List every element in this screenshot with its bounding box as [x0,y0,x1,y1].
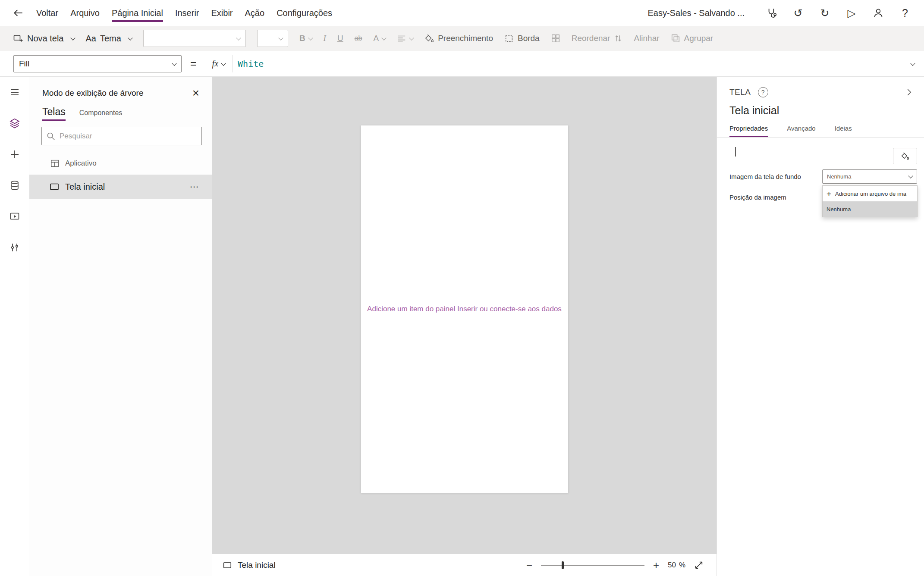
data-sources-icon[interactable] [0,170,29,201]
reorder-button[interactable]: Reordenar [572,34,623,43]
title-bar: Voltar Arquivo Página Inicial Inserir Ex… [0,0,924,26]
main-body: Modo de exibição de árvore × Telas Compo… [0,77,924,576]
menu-acao[interactable]: Ação [245,8,265,22]
font-color-button[interactable]: A [373,34,386,43]
selected-screen-name: Tela inicial [729,104,924,117]
chevron-down-icon [278,35,283,40]
more-options-icon[interactable]: … [189,185,200,189]
chevron-down-icon [128,35,132,40]
chevron-down-icon [236,35,241,40]
hamburger-menu-icon[interactable] [0,77,29,108]
redo-icon[interactable]: ↻ [819,7,831,19]
zoom-unit: % [679,561,685,570]
chevron-down-icon [172,61,176,66]
help-icon[interactable]: ? [899,7,911,19]
app-icon [50,159,60,168]
fx-button[interactable]: fx [205,55,233,72]
tab-propriedades[interactable]: Propriedades [729,125,768,137]
zoom-out-button[interactable]: − [526,559,532,571]
account-icon[interactable] [872,7,884,19]
insert-plus-icon[interactable] [0,139,29,170]
menu-item-none[interactable]: Nenhuma [823,201,917,217]
table-icon-button[interactable] [551,34,560,43]
formula-input[interactable]: White [233,59,898,69]
fit-to-window-icon[interactable] [694,560,704,570]
tab-ideias[interactable]: Ideias [835,125,852,137]
help-circle-icon[interactable]: ? [758,87,768,97]
chevron-down-icon [409,35,414,40]
canvas-column: Adicione um item do painel Inserir ou co… [212,77,717,576]
fill-color-button[interactable] [893,148,917,164]
tab-avancado[interactable]: Avançado [787,125,815,137]
media-icon[interactable] [0,201,29,232]
back-button[interactable]: Voltar [36,8,58,22]
canvas-status-bar: Tela inicial − + 50 % [212,554,717,576]
panel-header: TELA [729,88,751,97]
chevron-down-icon [908,173,913,178]
background-image-menu: + Adicionar um arquivo de ima Nenhuma [822,185,918,217]
fill-button[interactable]: Preenchimento [424,34,493,43]
chevron-down-icon [308,35,313,40]
underline-button[interactable]: U [337,34,343,43]
font-family-combobox[interactable] [143,30,246,47]
tree-view-icon[interactable] [0,108,29,139]
zoom-slider-track[interactable] [541,565,644,566]
background-image-dropdown[interactable]: Nenhuma [822,169,917,184]
play-preview-icon[interactable]: ▷ [845,7,858,19]
tree-item-tela-inicial[interactable]: Tela inicial … [29,175,212,199]
tree-view-panel: Modo de exibição de árvore × Telas Compo… [29,77,212,576]
theme-button[interactable]: Aa Tema [86,34,132,44]
close-icon[interactable]: × [192,87,199,99]
menu-arquivo[interactable]: Arquivo [70,8,100,22]
back-icon[interactable] [12,7,24,19]
app-checker-icon[interactable] [765,7,777,19]
strikethrough-button[interactable]: ab [355,34,362,42]
screen-icon [49,182,60,192]
search-icon [46,131,56,141]
equals-sign: = [190,57,197,70]
properties-panel: TELA ? Tela inicial Propriedades Avançad… [717,77,924,576]
font-size-combobox[interactable] [257,30,288,47]
fill-bucket-icon [424,34,434,43]
text-align-button[interactable] [397,34,413,43]
background-image-row: Imagem da tela de fundo Nenhuma [717,166,924,187]
group-icon [671,34,680,43]
zoom-in-button[interactable]: + [653,559,659,571]
background-image-label: Imagem da tela de fundo [729,173,801,180]
left-rail [0,77,29,576]
chevron-down-icon [381,35,386,40]
search-input[interactable] [60,132,197,141]
border-icon [504,34,514,43]
property-selector[interactable]: Fill [13,55,182,72]
design-canvas[interactable]: Adicione um item do painel Inserir ou co… [212,77,717,554]
undo-icon[interactable]: ↺ [792,7,804,19]
tab-telas[interactable]: Telas [42,106,66,121]
tree-item-aplicativo[interactable]: Aplicativo [29,152,212,175]
menu-pagina-inicial[interactable]: Página Inicial [112,8,163,22]
formula-expand-button[interactable] [898,62,924,66]
formula-bar: Fill = fx White [0,51,924,77]
menu-item-add-image[interactable]: + Adicionar um arquivo de ima [823,186,917,201]
zoom-slider-handle[interactable] [562,561,564,569]
phone-screen-canvas[interactable]: Adicione um item do painel Inserir ou co… [361,125,568,493]
collapse-panel-icon[interactable] [904,88,914,97]
advanced-tools-icon[interactable] [0,232,29,263]
current-screen-indicator[interactable]: Tela inicial [223,560,276,570]
tab-componentes[interactable]: Componentes [79,109,123,117]
align-button[interactable]: Alinhar [634,34,659,43]
app-save-status: Easy-Sales - Salvando ... [647,8,745,18]
zoom-slider[interactable] [541,561,644,570]
group-button[interactable]: Agrupar [671,34,713,43]
text-caret [735,147,736,157]
menu-configuracoes[interactable]: Configurações [277,8,332,22]
zoom-percentage: 50 [668,561,676,570]
new-screen-button[interactable]: Nova tela [13,33,75,44]
italic-button[interactable]: I [324,34,326,43]
menu-exibir[interactable]: Exibir [211,8,233,22]
border-button[interactable]: Borda [504,34,540,43]
new-screen-icon [13,33,23,44]
bold-button[interactable]: B [299,34,312,43]
menu-inserir[interactable]: Inserir [175,8,199,22]
chevron-down-icon [70,35,75,40]
theme-aa-glyph: Aa [86,34,96,44]
